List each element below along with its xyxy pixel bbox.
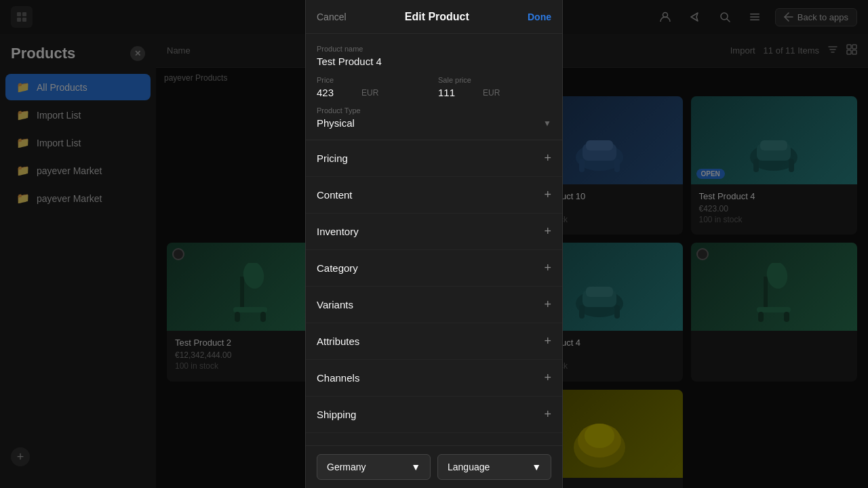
section-label: Pricing: [317, 152, 348, 164]
sale-price-field: Sale price EUR: [438, 76, 551, 98]
cancel-button[interactable]: Cancel: [317, 12, 347, 22]
sale-price-label: Sale price: [438, 76, 551, 84]
country-chevron-icon: ▼: [411, 462, 420, 472]
price-input[interactable]: [317, 87, 357, 98]
section-category[interactable]: Category +: [306, 250, 562, 287]
section-attributes[interactable]: Attributes +: [306, 323, 562, 360]
price-field: Price EUR: [317, 76, 430, 98]
expand-attributes-icon: +: [544, 334, 551, 348]
expand-content-icon: +: [544, 188, 551, 202]
expand-inventory-icon: +: [544, 224, 551, 239]
section-label: Category: [317, 262, 358, 274]
price-input-wrap: EUR: [317, 87, 430, 98]
price-currency: EUR: [361, 88, 378, 98]
expand-shipping-icon: +: [544, 407, 551, 422]
language-value: Language: [448, 462, 490, 472]
price-label: Price: [317, 76, 430, 84]
product-type-row: Product Type Physical ▼: [317, 106, 551, 129]
language-select[interactable]: Language ▼: [437, 454, 551, 480]
price-row: Price EUR Sale price EUR: [317, 76, 551, 98]
section-content[interactable]: Content +: [306, 177, 562, 214]
product-type-label: Product Type: [317, 106, 551, 115]
section-taxes[interactable]: Taxes +: [306, 433, 562, 445]
modal-sections: Pricing + Content + Inventory + Category…: [306, 140, 562, 445]
product-name-label: Product name: [317, 45, 551, 53]
expand-category-icon: +: [544, 261, 551, 275]
product-basic-fields: Product name Price EUR Sale price EUR Pr…: [306, 34, 562, 140]
section-shipping[interactable]: Shipping +: [306, 396, 562, 433]
edit-product-modal: Cancel Edit Product Done Product name Pr…: [305, 0, 563, 488]
product-type-value: Physical: [317, 117, 355, 129]
section-label: Variants: [317, 299, 353, 310]
section-label: Shipping: [317, 409, 356, 420]
section-label: Content: [317, 189, 353, 201]
section-label: Channels: [317, 372, 359, 384]
product-name-field: Product name: [317, 45, 551, 68]
product-name-input[interactable]: [317, 56, 551, 67]
sale-price-input[interactable]: [438, 87, 479, 98]
country-select[interactable]: Germany ▼: [317, 454, 431, 480]
product-type-select[interactable]: Physical ▼: [317, 117, 551, 129]
section-label: Inventory: [317, 226, 359, 237]
expand-pricing-icon: +: [544, 151, 551, 165]
modal-footer: Germany ▼ Language ▼: [306, 445, 562, 488]
chevron-down-icon: ▼: [543, 119, 551, 128]
expand-channels-icon: +: [544, 371, 551, 385]
done-button[interactable]: Done: [528, 12, 551, 22]
section-label: Attributes: [317, 336, 359, 347]
section-pricing[interactable]: Pricing +: [306, 140, 562, 177]
section-inventory[interactable]: Inventory +: [306, 214, 562, 250]
section-variants[interactable]: Variants +: [306, 287, 562, 323]
language-chevron-icon: ▼: [532, 462, 541, 472]
country-value: Germany: [327, 462, 366, 472]
section-channels[interactable]: Channels +: [306, 360, 562, 396]
expand-variants-icon: +: [544, 298, 551, 312]
sale-price-input-wrap: EUR: [438, 87, 551, 98]
modal-header: Cancel Edit Product Done: [306, 0, 562, 34]
sale-price-currency: EUR: [483, 88, 500, 98]
modal-title: Edit Product: [405, 11, 469, 23]
